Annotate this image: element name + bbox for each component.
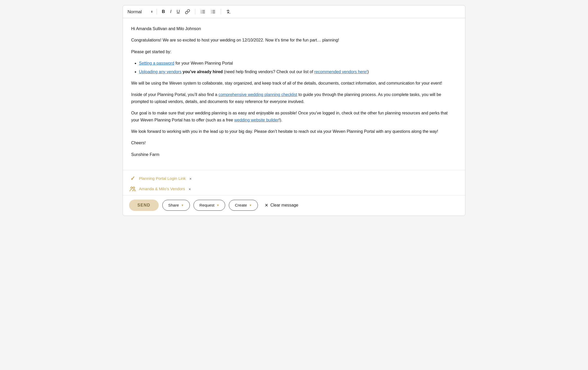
list-item-2-text2: )	[368, 70, 369, 74]
clear-message-label: Clear message	[270, 203, 298, 208]
svg-point-10	[211, 11, 212, 12]
clear-message-button[interactable]: ✕ Clear message	[264, 201, 299, 210]
checkmark-icon: ✓	[129, 175, 136, 182]
attachment-item-1: Amanda & Milo’s Vendors ×	[129, 185, 459, 193]
svg-point-16	[133, 187, 135, 189]
setting-password-link[interactable]: Setting a password	[139, 61, 174, 65]
wedding-website-link[interactable]: wedding website builder	[234, 118, 279, 122]
para4-end: !).	[279, 118, 282, 122]
list-item-2-bold: you’ve already hired	[182, 70, 223, 74]
getting-started-list: Setting a password for your Weven Planni…	[139, 60, 457, 75]
attachment-0-remove-button[interactable]: ×	[188, 176, 193, 181]
unordered-list-button[interactable]	[209, 8, 218, 15]
clear-format-button[interactable]	[224, 8, 233, 15]
list-item-2: Uploading any vendors you’ve already hir…	[139, 68, 457, 75]
format-select[interactable]: Normal Heading 1 Heading 2 Heading 3	[128, 9, 153, 14]
para3-start: Inside of your Planning Portal, you’ll a…	[131, 92, 218, 97]
ordered-list-button[interactable]: 1. 2. 3.	[198, 8, 207, 15]
people-icon	[129, 185, 136, 193]
para2-text: We will be using the Weven system to col…	[131, 80, 457, 87]
toolbar-divider-1	[157, 9, 157, 15]
create-label: Create	[235, 203, 247, 208]
request-arrow-icon: ▼	[217, 204, 219, 207]
para1-text: Congratulations! We are so excited to ho…	[131, 37, 457, 44]
attachment-0-remove-icon: ×	[189, 176, 192, 181]
unordered-list-icon	[211, 9, 216, 14]
uploading-vendors-link[interactable]: Uploading any vendors	[139, 70, 182, 74]
clear-format-icon	[226, 9, 231, 14]
list-intro-text: Please get started by:	[131, 49, 457, 55]
recommended-vendors-link[interactable]: recommended vendors here!	[314, 70, 368, 74]
create-button[interactable]: Create ▼	[229, 200, 258, 211]
checklist-link[interactable]: comprehensive wedding planning checklist	[218, 92, 297, 97]
create-arrow-icon: ▼	[249, 204, 252, 207]
list-item-1-text: for your Weven Planning Portal	[174, 61, 233, 65]
venue-text: Sunshine Farm	[131, 151, 457, 158]
toolbar-divider-3	[221, 9, 221, 15]
attachment-0-label: Planning Portal Login Link	[139, 176, 186, 181]
para4-start: Our goal is to make sure that your weddi…	[131, 111, 448, 122]
para3-text: Inside of your Planning Portal, you’ll a…	[131, 91, 457, 105]
action-bar: SEND Share ▼ Request ▼ Create ▼ ✕ Clear …	[123, 195, 465, 216]
svg-point-15	[131, 187, 132, 189]
italic-button[interactable]: I	[168, 8, 173, 15]
request-button[interactable]: Request ▼	[193, 200, 225, 211]
link-icon	[185, 9, 190, 14]
attachment-1-remove-icon: ×	[189, 187, 191, 191]
attachment-1-label: Amanda & Milo’s Vendors	[139, 187, 185, 191]
email-editor: Normal Heading 1 Heading 2 Heading 3 ⬍ B…	[123, 5, 465, 216]
request-label: Request	[199, 203, 215, 208]
format-select-wrapper[interactable]: Normal Heading 1 Heading 2 Heading 3 ⬍	[128, 9, 153, 14]
toolbar-divider-2	[195, 9, 195, 15]
sign-off-text: Cheers!	[131, 140, 457, 146]
toolbar: Normal Heading 1 Heading 2 Heading 3 ⬍ B…	[123, 5, 465, 18]
share-label: Share	[168, 203, 179, 208]
attachment-item-0: ✓ Planning Portal Login Link ×	[129, 175, 459, 182]
attachment-1-remove-button[interactable]: ×	[188, 186, 192, 192]
svg-text:3.: 3.	[201, 12, 202, 14]
greeting-text: Hi Amanda Sullivan and Milo Johnson	[131, 25, 457, 32]
svg-point-9	[211, 10, 212, 11]
list-item-2-text: (need help finding vendors? Check out ou…	[223, 70, 314, 74]
list-item-1: Setting a password for your Weven Planni…	[139, 60, 457, 67]
svg-point-11	[211, 13, 212, 13]
send-button[interactable]: SEND	[129, 200, 159, 211]
share-button[interactable]: Share ▼	[162, 200, 190, 211]
ordered-list-icon: 1. 2. 3.	[200, 9, 205, 14]
clear-x-icon: ✕	[265, 203, 268, 208]
bold-button[interactable]: B	[160, 8, 167, 15]
para5-text: We look forward to working with you in t…	[131, 128, 457, 135]
email-body[interactable]: Hi Amanda Sullivan and Milo Johnson Cong…	[123, 18, 465, 170]
para4-text: Our goal is to make sure that your weddi…	[131, 110, 457, 124]
underline-button[interactable]: U	[175, 8, 182, 15]
link-button[interactable]	[183, 8, 192, 15]
attachments-area: ✓ Planning Portal Login Link × Amanda & …	[123, 170, 465, 195]
share-arrow-icon: ▼	[181, 204, 184, 207]
